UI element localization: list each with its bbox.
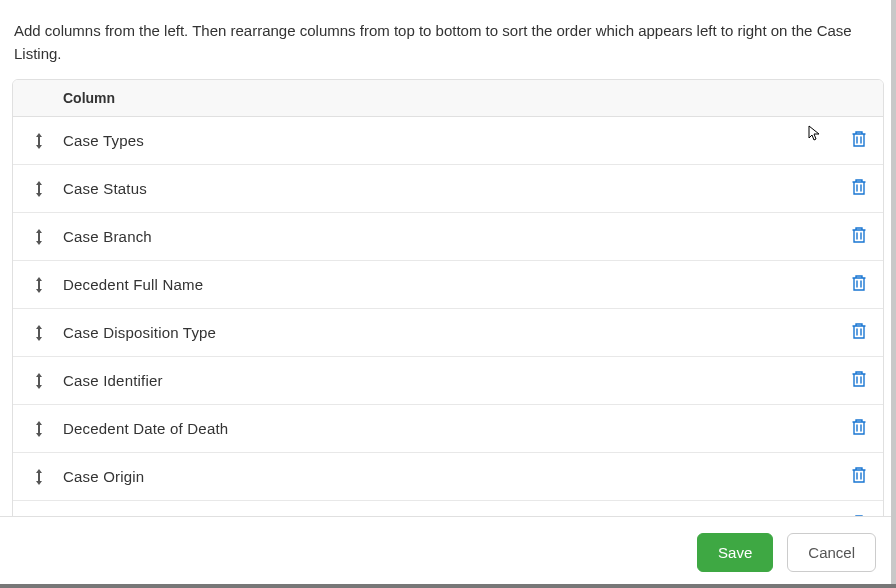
column-table: Column Case Types Case Status Case Branc… bbox=[12, 79, 884, 549]
column-label: Case Disposition Type bbox=[63, 324, 849, 341]
column-label: Case Types bbox=[63, 132, 849, 149]
trash-icon bbox=[851, 178, 867, 199]
delete-button[interactable] bbox=[849, 416, 869, 441]
delete-button[interactable] bbox=[849, 272, 869, 297]
table-row[interactable]: Case Branch bbox=[13, 213, 883, 261]
column-label: Case Identifier bbox=[63, 372, 849, 389]
column-label: Decedent Full Name bbox=[63, 276, 849, 293]
trash-icon bbox=[851, 274, 867, 295]
trash-icon bbox=[851, 322, 867, 343]
drag-handle-icon[interactable] bbox=[27, 229, 51, 245]
drag-handle-icon[interactable] bbox=[27, 421, 51, 437]
table-row[interactable]: Case Origin bbox=[13, 453, 883, 501]
drag-handle-icon[interactable] bbox=[27, 181, 51, 197]
delete-button[interactable] bbox=[849, 368, 869, 393]
trash-icon bbox=[851, 226, 867, 247]
delete-button[interactable] bbox=[849, 176, 869, 201]
table-row[interactable]: Decedent Date of Death bbox=[13, 405, 883, 453]
table-row[interactable]: Decedent Full Name bbox=[13, 261, 883, 309]
delete-button[interactable] bbox=[849, 128, 869, 153]
save-button[interactable]: Save bbox=[697, 533, 773, 572]
drag-handle-icon[interactable] bbox=[27, 325, 51, 341]
trash-icon bbox=[851, 418, 867, 439]
table-row[interactable]: Case Identifier bbox=[13, 357, 883, 405]
column-label: Decedent Date of Death bbox=[63, 420, 849, 437]
instructions-text: Add columns from the left. Then rearrang… bbox=[0, 0, 896, 75]
drag-handle-icon[interactable] bbox=[27, 373, 51, 389]
dialog-footer: Save Cancel bbox=[0, 516, 896, 588]
drag-handle-icon[interactable] bbox=[27, 133, 51, 149]
delete-button[interactable] bbox=[849, 320, 869, 345]
drag-handle-icon[interactable] bbox=[27, 469, 51, 485]
scrollbar-track bbox=[891, 0, 896, 588]
table-row[interactable]: Case Status bbox=[13, 165, 883, 213]
column-label: Case Branch bbox=[63, 228, 849, 245]
trash-icon bbox=[851, 466, 867, 487]
table-row[interactable]: Case Disposition Type bbox=[13, 309, 883, 357]
cancel-button[interactable]: Cancel bbox=[787, 533, 876, 572]
bottom-border bbox=[0, 584, 896, 588]
delete-button[interactable] bbox=[849, 464, 869, 489]
column-label: Case Origin bbox=[63, 468, 849, 485]
column-label: Case Status bbox=[63, 180, 849, 197]
table-header: Column bbox=[13, 80, 883, 117]
trash-icon bbox=[851, 130, 867, 151]
trash-icon bbox=[851, 370, 867, 391]
delete-button[interactable] bbox=[849, 224, 869, 249]
drag-handle-icon[interactable] bbox=[27, 277, 51, 293]
table-row[interactable]: Case Types bbox=[13, 117, 883, 165]
